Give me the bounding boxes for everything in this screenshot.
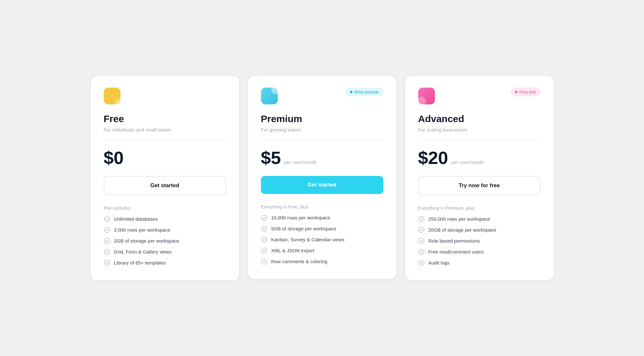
check-icon-advanced-3 (418, 249, 425, 255)
feature-item-free-2: 2GB of storage per workspace (104, 238, 226, 244)
feature-text-advanced-0: 250,000 rows per workspace (428, 216, 490, 222)
plan-description-premium: For growing teams (261, 127, 383, 132)
feature-item-premium-2: Kanban, Survey & Calendar views (261, 236, 383, 243)
plan-name-advanced: Advanced (418, 113, 541, 124)
feature-item-advanced-0: 250,000 rows per workspace (418, 216, 541, 222)
svg-point-4 (104, 260, 110, 265)
plan-description-free: For individuals and small teams (104, 127, 226, 132)
includes-label-free: Plan includes: (104, 206, 226, 211)
cta-button-premium[interactable]: Get started (261, 176, 383, 194)
price-period-advanced: per user/month (451, 159, 484, 165)
includes-label-premium: Everything in Free, plus: (261, 204, 383, 209)
feature-item-advanced-1: 20GB of storage per workspace (418, 227, 541, 233)
plan-name-premium: Premium (261, 113, 383, 124)
card-header-advanced: Free trial (418, 88, 541, 104)
feature-item-premium-3: XML & JSON export (261, 247, 383, 254)
badge-dot-premium (350, 91, 352, 93)
pricing-card-advanced: Free trialAdvancedFor scaling businesses… (405, 76, 553, 280)
check-icon-free-0 (104, 216, 110, 222)
check-icon-free-4 (104, 260, 110, 266)
plan-icon-premium (261, 88, 278, 104)
features-list-free: Unlimited databases 3,000 rows per works… (104, 216, 226, 266)
cta-button-advanced[interactable]: Try now for free (418, 176, 541, 195)
price-amount-premium: $5 (261, 149, 281, 167)
feature-text-free-2: 2GB of storage per workspace (114, 238, 179, 244)
plan-icon-advanced (418, 88, 435, 104)
feature-text-advanced-3: Free read/comment users (428, 249, 484, 255)
price-period-premium: per user/month (284, 159, 317, 165)
feature-text-premium-1: 5GB of storage per workspace (271, 226, 337, 231)
price-row-advanced: $20per user/month (418, 149, 541, 167)
svg-point-2 (104, 238, 110, 244)
check-icon-premium-0 (261, 215, 267, 221)
features-list-premium: 10,000 rows per workspace 5GB of storage… (261, 215, 383, 265)
check-icon-advanced-0 (418, 216, 425, 222)
badge-premium: Most popular (346, 88, 383, 96)
svg-point-14 (418, 260, 424, 265)
feature-item-premium-0: 10,000 rows per workspace (261, 215, 383, 221)
svg-point-1 (104, 227, 110, 233)
divider-advanced (418, 140, 541, 140)
check-icon-premium-3 (261, 247, 267, 254)
check-icon-free-3 (104, 249, 110, 255)
plan-icon-free (104, 88, 120, 104)
feature-item-free-0: Unlimited databases (104, 216, 226, 222)
check-icon-premium-1 (261, 226, 267, 232)
feature-item-advanced-3: Free read/comment users (418, 249, 541, 255)
badge-advanced: Free trial (511, 88, 540, 96)
svg-point-0 (104, 216, 110, 222)
check-icon-premium-2 (261, 236, 267, 243)
feature-text-free-0: Unlimited databases (114, 216, 158, 222)
check-icon-advanced-1 (418, 227, 425, 233)
feature-item-free-3: Grid, Form & Gallery views (104, 249, 226, 255)
feature-text-free-3: Grid, Form & Gallery views (114, 249, 172, 255)
feature-text-premium-3: XML & JSON export (271, 248, 315, 253)
pricing-card-premium: Most popularPremiumFor growing teams$5pe… (248, 76, 396, 279)
feature-text-advanced-1: 20GB of storage per workspace (428, 227, 496, 233)
plan-name-free: Free (104, 113, 226, 124)
check-icon-free-1 (104, 227, 110, 233)
feature-text-advanced-4: Audit logs (428, 260, 450, 265)
feature-item-advanced-2: Role based permissions (418, 238, 541, 244)
svg-point-12 (418, 238, 424, 244)
feature-text-premium-4: Row comments & coloring (271, 259, 327, 264)
check-icon-free-2 (104, 238, 110, 244)
card-header-premium: Most popular (261, 88, 383, 104)
check-icon-advanced-4 (418, 260, 425, 266)
svg-point-9 (261, 259, 267, 264)
svg-point-5 (261, 215, 267, 220)
price-amount-advanced: $20 (418, 149, 448, 167)
svg-point-6 (261, 226, 267, 231)
features-list-advanced: 250,000 rows per workspace 20GB of stora… (418, 216, 541, 266)
svg-point-8 (261, 248, 267, 253)
svg-point-10 (418, 216, 424, 222)
badge-dot-advanced (515, 91, 517, 93)
badge-text-premium: Most popular (354, 90, 379, 94)
price-row-free: $0 (104, 149, 226, 167)
price-amount-free: $0 (104, 149, 124, 167)
svg-point-11 (418, 227, 424, 233)
svg-point-3 (104, 249, 110, 255)
feature-item-advanced-4: Audit logs (418, 260, 541, 266)
includes-label-advanced: Everything in Premium, plus: (418, 206, 541, 211)
feature-item-premium-4: Row comments & coloring (261, 258, 383, 265)
feature-item-premium-1: 5GB of storage per workspace (261, 226, 383, 232)
card-header-free (104, 88, 226, 104)
feature-text-premium-0: 10,000 rows per workspace (271, 215, 330, 220)
price-row-premium: $5per user/month (261, 149, 383, 167)
svg-point-13 (418, 249, 424, 255)
divider-premium (261, 140, 383, 140)
badge-text-advanced: Free trial (519, 90, 536, 94)
feature-text-premium-2: Kanban, Survey & Calendar views (271, 237, 345, 242)
feature-item-free-4: Library of 65+ templates (104, 260, 226, 266)
plan-description-advanced: For scaling businesses (418, 127, 541, 132)
check-icon-premium-4 (261, 258, 267, 265)
check-icon-advanced-2 (418, 238, 425, 244)
pricing-card-free: FreeFor individuals and small teams$0Get… (91, 76, 239, 280)
pricing-container: FreeFor individuals and small teams$0Get… (87, 76, 557, 280)
feature-text-advanced-2: Role based permissions (428, 238, 480, 244)
divider-free (104, 140, 226, 140)
feature-text-free-1: 3,000 rows per workspace (114, 227, 170, 233)
svg-point-7 (261, 237, 267, 242)
cta-button-free[interactable]: Get started (104, 176, 226, 195)
